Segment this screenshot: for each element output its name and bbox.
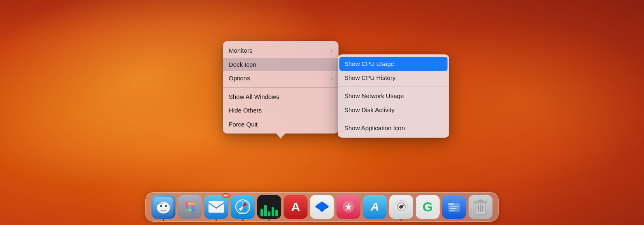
menu-item-monitors[interactable]: Monitors › — [223, 44, 339, 58]
menu-item-show-all-windows-label: Show All Windows — [229, 93, 279, 101]
chevron-right-icon-2: › — [331, 61, 333, 67]
activity-bar-5 — [275, 210, 278, 216]
textsoap-label: A — [291, 200, 300, 214]
mail-icon-svg — [208, 201, 224, 213]
dock-icon-textsoap[interactable]: A — [284, 195, 308, 219]
dock-icon-omnifocus[interactable] — [389, 195, 413, 219]
dock: 960 A — [145, 192, 499, 222]
mail-badge: 960 — [222, 193, 230, 198]
svg-point-9 — [185, 209, 188, 212]
svg-rect-34 — [450, 210, 455, 211]
svg-rect-12 — [189, 209, 192, 211]
safari-icon-svg — [234, 199, 251, 215]
submenu-item-show-application-icon-label: Show Application Icon — [344, 124, 405, 132]
svg-rect-14 — [192, 206, 194, 209]
menu-item-hide-others[interactable]: Hide Others — [223, 103, 339, 117]
atext-label: A — [371, 200, 379, 213]
svg-point-1 — [157, 202, 170, 213]
menu-item-force-quit[interactable]: Force Quit — [223, 117, 339, 131]
menu-separator-1 — [223, 87, 339, 88]
submenu-item-show-cpu-history-label: Show CPU History — [344, 74, 395, 82]
context-menu: Monitors › Dock Icon › Options › Show Al… — [223, 41, 339, 134]
finder-icon-svg — [154, 197, 173, 217]
submenu-item-show-disk-activity[interactable]: Show Disk Activity — [338, 103, 449, 117]
svg-rect-6 — [157, 203, 163, 204]
svg-point-10 — [192, 209, 195, 212]
grammarly-label: G — [423, 199, 433, 215]
submenu-item-show-application-icon[interactable]: Show Application Icon — [338, 121, 449, 135]
menu-item-dock-icon-label: Dock Icon — [229, 61, 256, 69]
dock-icon-grammarly[interactable]: G — [416, 195, 440, 219]
activity-bar-2 — [264, 205, 267, 216]
trash-icon-svg — [473, 199, 488, 215]
dock-icon-safari[interactable] — [231, 195, 255, 219]
menu-item-show-all-windows[interactable]: Show All Windows — [223, 90, 339, 104]
menu-item-monitors-label: Monitors — [229, 47, 253, 55]
svg-point-8 — [192, 202, 195, 205]
submenu-item-show-cpu-usage[interactable]: Show CPU Usage — [339, 57, 447, 71]
menu-item-options-label: Options — [229, 74, 250, 82]
chevron-right-icon-3: › — [331, 75, 333, 81]
svg-rect-33 — [450, 208, 457, 209]
menu-item-dock-icon[interactable]: Dock Icon › — [223, 58, 339, 72]
submenu-item-show-cpu-history[interactable]: Show CPU History — [338, 71, 449, 85]
svg-point-7 — [185, 202, 188, 205]
submenu-dock-icon: Show CPU Usage Show CPU History Show Net… — [338, 54, 449, 138]
dock-icon-mail[interactable]: 960 — [204, 195, 228, 219]
chevron-right-icon: › — [331, 48, 333, 54]
dock-icon-finder[interactable] — [152, 195, 175, 219]
dock-icon-filebrowser[interactable] — [442, 195, 466, 219]
filebrowser-icon-svg — [447, 199, 462, 214]
cleanmymac-icon-svg — [341, 199, 356, 214]
submenu-item-show-disk-activity-label: Show Disk Activity — [344, 106, 395, 114]
dock-icon-dropbox[interactable] — [310, 195, 334, 219]
activity-bar-4 — [272, 207, 274, 216]
svg-rect-31 — [448, 203, 454, 205]
dock-icon-cleanmymac[interactable] — [336, 195, 360, 219]
launchpad-icon-svg — [182, 199, 197, 214]
submenu-item-show-network-usage[interactable]: Show Network Usage — [338, 89, 449, 103]
submenu-item-show-network-usage-label: Show Network Usage — [344, 92, 404, 100]
menu-item-force-quit-label: Force Quit — [229, 120, 258, 129]
dock-icon-activity-monitor[interactable] — [257, 195, 281, 219]
submenu-item-show-cpu-usage-label: Show CPU Usage — [344, 60, 394, 68]
svg-point-4 — [160, 205, 162, 207]
svg-rect-37 — [478, 200, 483, 202]
svg-point-5 — [165, 205, 167, 207]
activity-bar-3 — [268, 211, 270, 216]
dock-icon-launchpad[interactable] — [178, 195, 202, 219]
menu-item-options[interactable]: Options › — [223, 71, 339, 85]
svg-rect-13 — [186, 206, 187, 209]
dropbox-icon-svg — [315, 200, 329, 214]
activity-bar-1 — [260, 209, 263, 216]
svg-rect-32 — [450, 206, 458, 207]
submenu-separator-1 — [338, 87, 449, 87]
svg-rect-11 — [189, 203, 192, 204]
dock-icon-trash[interactable] — [469, 195, 492, 219]
menu-item-hide-others-label: Hide Others — [229, 106, 262, 115]
submenu-separator-2 — [338, 119, 449, 119]
omnifocus-icon-svg — [393, 199, 409, 215]
context-menu-wrapper: Monitors › Dock Icon › Options › Show Al… — [223, 41, 339, 134]
dock-icon-atext[interactable]: A — [363, 195, 387, 219]
svg-rect-15 — [208, 201, 224, 213]
